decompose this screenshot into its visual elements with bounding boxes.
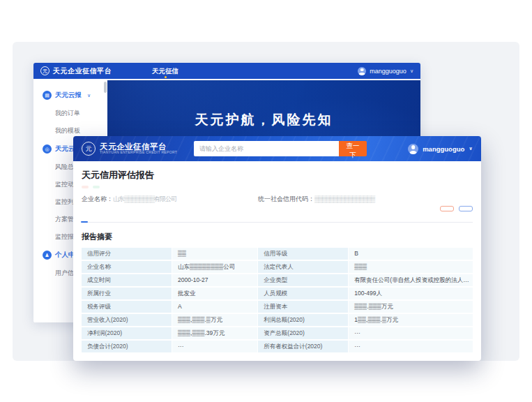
table-row: 税务评级 A 注册资本 ▒▒▒.▒▒▒万元 <box>82 301 473 313</box>
row-value: 1▒▒,▒▒▒.▒万元 <box>349 314 473 326</box>
search-button[interactable]: 查一下 <box>339 141 367 156</box>
search-input[interactable] <box>194 141 339 156</box>
section-title: 报告摘要 <box>82 232 473 242</box>
chevron-down-icon: ∨ <box>469 146 473 151</box>
report-icon: ▤ <box>43 91 52 100</box>
row-label: 负债合计(2020) <box>82 341 172 352</box>
table-row: 企业名称 山东▒▒▒▒▒▒▒▒公司 法定代表人 ▒▒▒ <box>82 261 473 273</box>
row-label: 所有者权益合计(2020) <box>258 341 348 352</box>
brand-block: 天元企业征信平台 TIANYUAN ENTERPRISE CREDIT REPO… <box>100 142 191 155</box>
report-title: 天元信用评估报告 <box>82 169 473 181</box>
brand-subtitle: TIANYUAN ENTERPRISE CREDIT REPORT <box>100 151 177 154</box>
row-label: 注册资本 <box>258 301 348 313</box>
sidebar-entry-label: 我的订单 <box>55 109 80 118</box>
report-body: 天元信用评估报告 企业名称：山东▒▒▒▒▒▒▒▒有限公司 统一社会信用代码：▒▒… <box>73 169 481 352</box>
row-value: ▒▒▒ <box>349 261 473 273</box>
summary-table: 信用评分 ▒▒ 信用等级 B 企业名称 山东▒▒▒▒▒▒▒▒公司 法定代表人 ▒… <box>82 248 473 352</box>
row-label: 资产总额(2020) <box>258 327 348 339</box>
row-value: ▒▒▒,▒▒▒.▒万元 <box>172 314 257 326</box>
report-actions <box>440 206 473 211</box>
sidebar-entry[interactable]: 我的订单 <box>33 105 103 122</box>
row-value: A <box>172 301 257 313</box>
user-name: mangguoguo <box>423 145 464 153</box>
row-label: 人员规模 <box>258 288 348 299</box>
avatar <box>358 67 366 75</box>
table-row: 营业收入(2020) ▒▒▒,▒▒▒.▒万元 利润总额(2020) 1▒▒,▒▒… <box>82 314 473 326</box>
row-label: 企业名称 <box>82 261 172 273</box>
row-value: 山东▒▒▒▒▒▒▒▒公司 <box>172 261 257 273</box>
row-label: 法定代表人 <box>258 261 348 273</box>
row-value: B <box>349 248 473 260</box>
row-label: 信用评分 <box>82 248 172 260</box>
credit-code: 统一社会信用代码：▒▒▒▒▒▒▒▒▒▒▒▒▒▒▒▒ <box>258 195 374 203</box>
row-label: 营业收入(2020) <box>82 314 172 326</box>
nav-item-credit[interactable]: 天元征信 <box>152 63 178 79</box>
row-value: 2000-10-27 <box>172 274 257 286</box>
redacted-credit-code: ▒▒▒▒▒▒▒▒▒▒▒▒▒▒▒▒ <box>314 195 374 202</box>
report-tags <box>82 186 473 188</box>
sidebar-entry-label: 我的模板 <box>55 126 80 135</box>
brand-logo-icon: 元 <box>82 142 96 156</box>
row-label: 净利润(2020) <box>82 327 172 339</box>
report-action-button[interactable] <box>459 206 473 211</box>
row-label: 税务评级 <box>82 301 172 313</box>
row-value: 100-499人 <box>349 288 473 299</box>
row-label: 所属行业 <box>82 288 172 299</box>
table-row: 净利润(2020) ▒▒▒,▒▒▒.39万元 资产总额(2020) ··· <box>82 327 473 339</box>
row-value: ▒▒▒,▒▒▒.39万元 <box>172 327 257 339</box>
sidebar-entry[interactable]: ▤ 天元云报 ∨ <box>33 86 103 105</box>
row-value: 批发业 <box>172 288 257 299</box>
scrollbar-thumb[interactable] <box>104 82 107 93</box>
row-label: 信用等级 <box>258 248 348 260</box>
table-row: 所属行业 批发业 人员规模 100-499人 <box>82 288 473 299</box>
active-dot <box>165 76 167 78</box>
front-window: 元 天元企业征信平台 TIANYUAN ENTERPRISE CREDIT RE… <box>73 136 481 361</box>
row-label: 利润总额(2020) <box>258 314 348 326</box>
user-menu[interactable]: mangguoguo ∨ <box>358 67 413 75</box>
table-row: 负债合计(2020) ··· 所有者权益合计(2020) ··· <box>82 341 473 352</box>
brand-logo-icon: 元 <box>40 66 50 75</box>
company-name: 企业名称：山东▒▒▒▒▒▒▒▒有限公司 <box>82 195 176 202</box>
company-info-row: 企业名称：山东▒▒▒▒▒▒▒▒有限公司 统一社会信用代码：▒▒▒▒▒▒▒▒▒▒▒… <box>82 195 473 203</box>
row-value: ··· <box>172 341 257 352</box>
user-name: mangguoguo <box>370 68 406 75</box>
chevron-down-icon: ∨ <box>410 68 413 74</box>
report-action-button[interactable] <box>440 206 454 211</box>
user-icon: ♟ <box>43 251 52 260</box>
redacted-company-name: 山东▒▒▒▒▒▒▒▒有限公司 <box>113 195 176 202</box>
row-value: ··· <box>349 327 473 339</box>
row-value: ··· <box>349 341 473 352</box>
chevron-down-icon: ∨ <box>87 93 91 98</box>
brand-title: 天元企业征信平台 <box>53 66 112 76</box>
table-row: 成立时间 2000-10-27 企业类型 有限责任公司(非自然人投资或控股的法人… <box>82 274 473 286</box>
table-row: 信用评分 ▒▒ 信用等级 B <box>82 248 473 260</box>
nav-item-label: 天元征信 <box>152 67 178 75</box>
row-label: 企业类型 <box>258 274 348 286</box>
page: 元 天元企业征信平台 天元征信 mangguoguo ∨ ▤ 天元云报 ∨ <box>0 0 532 402</box>
row-value: 有限责任公司(非自然人投资或控股的法人独资) <box>349 274 473 286</box>
banner-slogan: 天元护航，风险先知 <box>107 111 420 129</box>
status-badge <box>93 186 100 188</box>
sidebar-entry-label: 天元云报 <box>55 91 82 100</box>
alert-icon: ◎ <box>43 144 52 154</box>
row-value: ▒▒ <box>172 248 257 260</box>
avatar <box>408 144 418 154</box>
report-tabs <box>82 212 473 223</box>
user-menu[interactable]: mangguoguo ∨ <box>408 136 473 161</box>
row-label: 成立时间 <box>82 274 172 286</box>
back-window-header: 元 天元企业征信平台 天元征信 mangguoguo ∨ <box>33 63 420 79</box>
brand-title: 天元企业征信平台 <box>100 142 191 151</box>
row-value: ▒▒▒.▒▒▒万元 <box>349 301 473 313</box>
status-badge <box>82 186 89 188</box>
front-window-header: 元 天元企业征信平台 TIANYUAN ENTERPRISE CREDIT RE… <box>73 136 481 161</box>
